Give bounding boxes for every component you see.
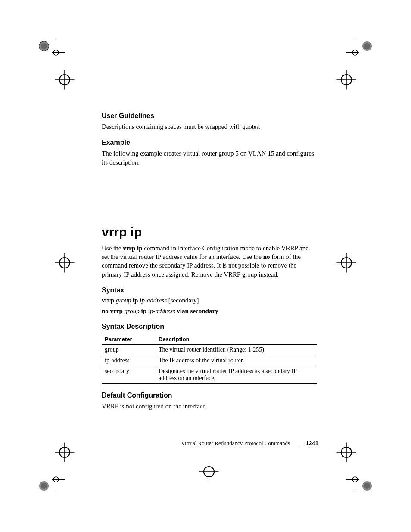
table-cell-param: group bbox=[102, 344, 156, 355]
syntax-line-1: vrrp group ip ip-address [secondary] bbox=[102, 297, 317, 304]
table-cell-desc: Designates the virtual router IP address… bbox=[156, 366, 317, 383]
table-header-row: Parameter Description bbox=[102, 334, 317, 344]
footer-page-number: 1241 bbox=[306, 440, 318, 446]
table-row: secondary Designates the virtual router … bbox=[102, 366, 317, 383]
table-row: group The virtual router identifier. (Ra… bbox=[102, 344, 317, 355]
footer-divider: | bbox=[297, 440, 299, 446]
crop-mark-bc bbox=[196, 459, 222, 485]
crop-mark-br2 bbox=[333, 439, 359, 465]
crop-mark-tr bbox=[346, 41, 372, 67]
crop-mark-tr2 bbox=[333, 67, 359, 93]
syntax-table: Parameter Description group The virtual … bbox=[102, 334, 317, 384]
command-title: vrrp ip bbox=[102, 225, 317, 240]
svg-point-12 bbox=[364, 43, 370, 49]
user-guidelines-text: Descriptions containing spaces must be w… bbox=[102, 122, 317, 131]
crop-mark-mr bbox=[333, 250, 359, 276]
svg-point-26 bbox=[41, 483, 47, 489]
crop-mark-bl2 bbox=[52, 439, 78, 465]
syntax-line-2: no vrrp group ip ip-address vlan seconda… bbox=[102, 308, 317, 315]
default-configuration-text: VRRP is not configured on the interface. bbox=[102, 402, 317, 411]
crop-mark-ml bbox=[52, 250, 78, 276]
svg-point-37 bbox=[364, 483, 370, 489]
crop-mark-tl2 bbox=[52, 67, 78, 93]
syntax-description-heading: Syntax Description bbox=[102, 323, 317, 330]
crop-mark-br bbox=[346, 465, 372, 491]
command-intro: Use the vrrp ip command in Interface Con… bbox=[102, 244, 317, 279]
example-heading: Example bbox=[102, 139, 317, 146]
default-configuration-heading: Default Configuration bbox=[102, 392, 317, 399]
table-header-parameter: Parameter bbox=[102, 334, 156, 344]
page-footer: Virtual Router Redundancy Protocol Comma… bbox=[181, 440, 318, 447]
table-cell-desc: The virtual router identifier. (Range: 1… bbox=[156, 344, 317, 355]
user-guidelines-heading: User Guidelines bbox=[102, 112, 317, 120]
example-text: The following example creates virtual ro… bbox=[102, 149, 317, 167]
table-cell-desc: The IP address of the virtual router. bbox=[156, 355, 317, 366]
table-header-description: Description bbox=[156, 334, 317, 344]
svg-point-2 bbox=[41, 43, 47, 49]
page-content: User Guidelines Descriptions containing … bbox=[102, 112, 317, 412]
syntax-heading: Syntax bbox=[102, 286, 317, 294]
table-row: ip-address The IP address of the virtual… bbox=[102, 355, 317, 366]
crop-mark-tl bbox=[39, 41, 65, 67]
footer-section-name: Virtual Router Redundancy Protocol Comma… bbox=[181, 440, 290, 446]
crop-mark-bl bbox=[39, 465, 65, 491]
table-cell-param: secondary bbox=[102, 366, 156, 383]
table-cell-param: ip-address bbox=[102, 355, 156, 366]
